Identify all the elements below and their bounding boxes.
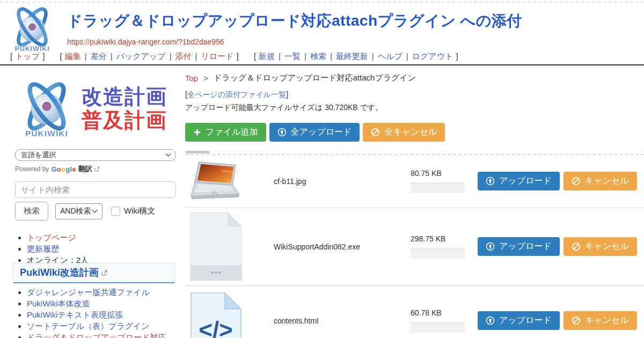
nav-link-attach[interactable]: 添付: [175, 52, 192, 61]
breadcrumb-separator: >: [203, 74, 208, 83]
language-select[interactable]: 言語を選択: [15, 149, 176, 161]
sidebar-link-core-mod[interactable]: PukiWiki本体改造: [27, 299, 90, 308]
nav-link-help[interactable]: ヘルプ: [378, 52, 402, 61]
sidebar-link-text-ext[interactable]: PukiWikiテキスト表現拡張: [27, 310, 123, 319]
banner-line2: 普及計画: [82, 109, 167, 133]
sidebar-link-toppage[interactable]: トップページ: [27, 233, 76, 242]
bracket: [: [10, 52, 12, 61]
separator: |: [372, 52, 374, 61]
progress-bar: [411, 248, 465, 259]
upload-button[interactable]: アップロード: [478, 237, 560, 256]
site-search-input[interactable]: [15, 181, 176, 198]
sidebar-link-sort-table[interactable]: ソートテーブル（表）プラグイン: [27, 321, 150, 330]
upload-all-label: 全アップロード: [291, 127, 352, 138]
top-navigation: [トップ] [編集|差分|バックアップ|添付|リロード] [新規|一覧|検索|最…: [8, 52, 641, 62]
pukiwiki-atom-icon: [15, 77, 78, 141]
pukiwiki-attach-page: PUKIWIKI ドラッグ＆ドロップアップロード対応attachプラグイン への…: [0, 0, 644, 338]
separator: |: [111, 52, 113, 61]
breadcrumb-home-link[interactable]: Top: [185, 74, 198, 83]
banner-line1: 改造計画: [82, 85, 167, 109]
file-drop-list: Let's note 8 cf-b11.jpg 80.75 KB: [185, 154, 644, 338]
sidebar-link-common-files[interactable]: ダジャレンジャー版共通ファイル: [27, 288, 150, 297]
chevron-down-icon: [165, 153, 171, 157]
file-icon-generic: [189, 212, 243, 281]
list-item: トップページ: [27, 232, 176, 243]
sidebar-section-links: ダジャレンジャー版共通ファイル PukiWiki本体改造 PukiWikiテキス…: [15, 287, 177, 338]
sidebar-link-dnd-attach[interactable]: ドラッグ＆ドロップアップロード対応attachプラグイン: [27, 333, 166, 338]
page-url-link[interactable]: https://pukiwiki.dajya-ranger.com/?1bd2d…: [67, 38, 224, 46]
sidebar-link-history[interactable]: 更新履歴: [27, 244, 59, 253]
nav-link-backup[interactable]: バックアップ: [116, 52, 166, 61]
all-pages-attach-list-link[interactable]: 全ページの添付ファイル一覧: [187, 90, 286, 99]
banner-text: 改造計画 普及計画: [82, 85, 167, 132]
nav-link-top[interactable]: トップ: [15, 52, 40, 61]
file-size-column: 60.78 KB: [411, 308, 468, 333]
main-content: Top > ドラッグ＆ドロップアップロード対応attachプラグイン [全ページ…: [185, 73, 644, 83]
file-size: 80.75 KB: [411, 169, 468, 178]
separator: |: [279, 52, 281, 61]
upload-circle-icon: [277, 128, 287, 137]
nav-link-diff[interactable]: 差分: [91, 52, 107, 61]
nav-link-recent[interactable]: 最終更新: [336, 52, 368, 61]
file-size: 60.78 KB: [411, 308, 468, 317]
bracket: ]: [237, 52, 239, 61]
nav-link-list[interactable]: 一覧: [284, 52, 301, 61]
google-logo: Google: [51, 165, 76, 173]
row-actions: アップロード キャンセル: [478, 237, 637, 256]
search-button[interactable]: 検索: [15, 202, 48, 221]
translate-link[interactable]: 翻訳: [78, 164, 92, 174]
nav-group-page: [編集|差分|バックアップ|添付|リロード]: [57, 52, 241, 61]
attach-list-line: [全ページの添付ファイル一覧]: [185, 90, 288, 100]
language-select-value: 言語を選択: [21, 150, 56, 160]
cancel-label: キャンセル: [585, 175, 629, 187]
max-upload-size-text: アップロード可能最大ファイルサイズは 30,720KB です。: [185, 103, 383, 113]
scrollbar-thumb[interactable]: [186, 151, 210, 153]
bracket: ]: [286, 90, 288, 99]
sidebar: 改造計画 普及計画 言語を選択 Powered by Google 翻訳 検索 …: [15, 75, 177, 143]
nav-link-new[interactable]: 新規: [259, 52, 275, 61]
svg-text:</>: </>: [199, 317, 233, 338]
search-controls: 検索 AND検索 Wiki構文: [15, 202, 155, 221]
cancel-button[interactable]: キャンセル: [564, 237, 637, 256]
bracket: [: [254, 52, 256, 61]
file-thumbnail-laptop-photo: Let's note 8: [189, 160, 243, 203]
section-title-link[interactable]: PukiWiki改造計画: [20, 266, 99, 279]
sidebar-banner[interactable]: 改造計画 普及計画: [15, 75, 177, 143]
file-name: cf-b11.jpg: [274, 177, 411, 186]
upload-circle-icon: [486, 316, 495, 325]
upload-button[interactable]: アップロード: [478, 311, 560, 330]
upload-all-button[interactable]: 全アップロード: [269, 123, 360, 142]
ban-icon: [572, 242, 581, 251]
nav-link-reload[interactable]: リロード: [201, 52, 233, 61]
cancel-all-label: 全キャンセル: [384, 127, 437, 138]
cancel-label: キャンセル: [585, 241, 629, 252]
upload-actions: ファイル追加 全アップロード 全キャンセル: [185, 123, 445, 142]
nav-link-logout[interactable]: ログアウト: [412, 52, 453, 61]
cancel-button[interactable]: キャンセル: [564, 172, 637, 190]
separator: |: [85, 52, 87, 61]
file-size: 298.75 KB: [411, 234, 468, 243]
nav-link-edit[interactable]: 編集: [65, 52, 81, 61]
file-name: WikiSupportAddin082.exe: [274, 243, 411, 251]
breadcrumb-current: ドラッグ＆ドロップアップロード対応attachプラグイン: [214, 73, 416, 83]
bracket: ]: [42, 52, 45, 61]
header-text-block: ドラッグ＆ドロップアップロード対応attachプラグイン への添付 https:…: [67, 11, 522, 47]
separator: |: [170, 52, 172, 61]
cancel-all-button[interactable]: 全キャンセル: [363, 123, 445, 142]
upload-button[interactable]: アップロード: [478, 172, 560, 190]
search-mode-select[interactable]: AND検索: [55, 203, 103, 219]
wiki-syntax-label: Wiki構文: [124, 206, 155, 216]
nav-link-search[interactable]: 検索: [310, 52, 326, 61]
pukiwiki-logo[interactable]: PUKIWIKI: [6, 3, 58, 57]
breadcrumb: Top > ドラッグ＆ドロップアップロード対応attachプラグイン: [185, 73, 644, 83]
list-item: PukiWiki本体改造: [27, 298, 177, 308]
file-icon-html: </>: [189, 286, 243, 338]
cancel-button[interactable]: キャンセル: [564, 311, 637, 330]
chevron-down-icon: [92, 209, 98, 213]
search-mode-value: AND検索: [60, 207, 91, 216]
row-actions: アップロード キャンセル: [478, 311, 637, 330]
ban-icon: [572, 177, 581, 186]
list-item: ドラッグ＆ドロップアップロード対応attachプラグイン: [27, 332, 177, 338]
wiki-syntax-checkbox[interactable]: [111, 207, 120, 216]
add-files-button[interactable]: ファイル追加: [185, 123, 266, 142]
